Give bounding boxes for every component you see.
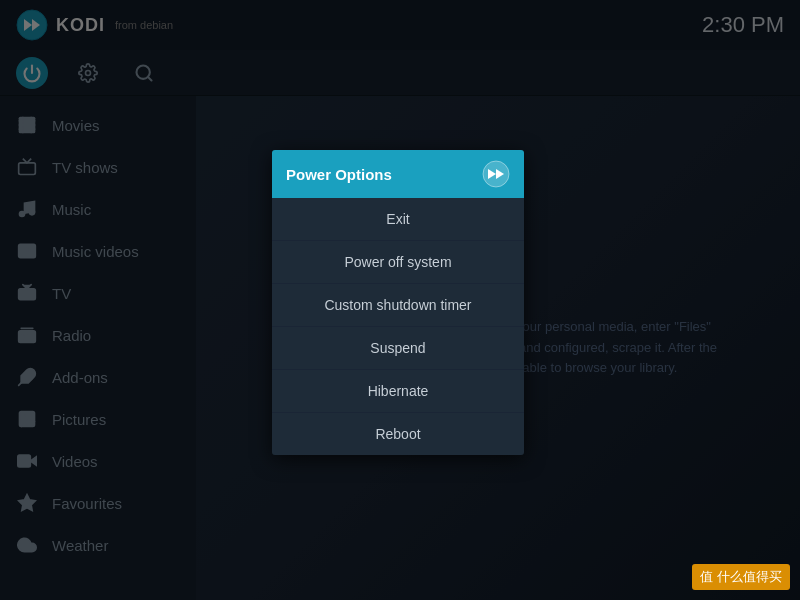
- power-options-dialog: Power Options Exit Power off system Cust…: [272, 150, 524, 455]
- dialog-suspend[interactable]: Suspend: [272, 327, 524, 370]
- dialog-exit[interactable]: Exit: [272, 198, 524, 241]
- watermark: 值 什么值得买: [692, 564, 790, 590]
- dialog-reboot[interactable]: Reboot: [272, 413, 524, 455]
- dialog-body: Exit Power off system Custom shutdown ti…: [272, 198, 524, 455]
- dialog-shutdown-timer[interactable]: Custom shutdown timer: [272, 284, 524, 327]
- dialog-header: Power Options: [272, 150, 524, 198]
- dialog-hibernate[interactable]: Hibernate: [272, 370, 524, 413]
- dialog-kodi-icon: [482, 160, 510, 188]
- dialog-title: Power Options: [286, 166, 392, 183]
- dialog-power-off[interactable]: Power off system: [272, 241, 524, 284]
